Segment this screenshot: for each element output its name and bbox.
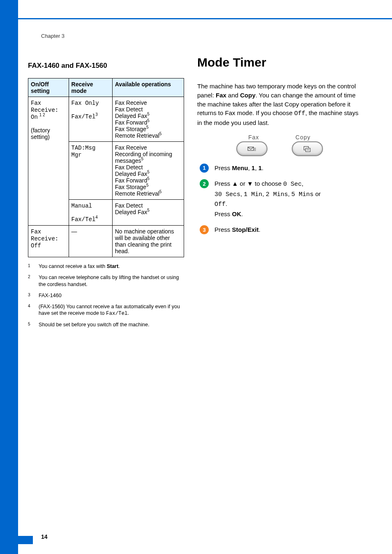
- footnote-text: Should be set before you switch off the …: [39, 321, 149, 328]
- mode-text: Fax Only: [71, 100, 99, 106]
- footnote-ref: 1 2: [39, 113, 45, 117]
- step-seg: to choose: [253, 180, 283, 187]
- step-bold: OK: [232, 210, 242, 217]
- op-item: Delayed Fax: [115, 209, 148, 215]
- op-item: Fax Receive: [115, 144, 147, 151]
- footnote-ref: 5: [147, 118, 150, 123]
- step-body: Press Stop/Exit.: [214, 225, 261, 235]
- op-item: Fax Detect: [115, 164, 143, 171]
- copy-key: [292, 141, 323, 156]
- footnote-text: You can receive telephone calls by lifti…: [39, 274, 184, 288]
- step-1: 1 Press Menu, 1, 1.: [200, 164, 362, 173]
- mode-text: TAD:Msg: [71, 145, 96, 151]
- footnote-text: (FAX-1560) You cannot receive a fax auto…: [39, 303, 184, 318]
- key-label-copy: Copy: [295, 134, 311, 141]
- table-row: Fax Receive: On 1 2 (factory setting) Fa…: [28, 97, 184, 142]
- left-heading: FAX-1460 and FAX-1560: [28, 62, 184, 70]
- op-item: Delayed Fax: [115, 113, 148, 119]
- footnote-ref: 3: [95, 112, 98, 117]
- mode-text: Fax/Tel: [71, 216, 96, 223]
- footnote-num: 3: [28, 292, 34, 299]
- footnote: 5 Should be set before you switch off th…: [28, 321, 184, 328]
- op-item: Fax Detect: [115, 106, 143, 113]
- op-item: Fax Receive: [115, 99, 147, 106]
- step-mono: 5 Mins: [291, 191, 314, 198]
- svg-rect-2: [305, 148, 310, 151]
- step-seg: Press: [214, 226, 232, 233]
- step-mono: Off: [214, 201, 226, 208]
- footnote-ref: 5: [141, 157, 143, 161]
- op-item: Fax Storage: [115, 126, 146, 132]
- cell-ops: Fax Receive Fax Detect Delayed Fax5 Fax …: [112, 97, 184, 142]
- footnote-segment: .: [128, 310, 129, 316]
- step-seg: Press: [214, 210, 232, 217]
- step-seg: .: [241, 210, 243, 217]
- footnote-num: 1: [28, 263, 34, 270]
- key-label-fax: Fax: [248, 134, 259, 141]
- intro-paragraph: The machine has two temporary mode keys …: [197, 82, 362, 127]
- mode-text: Fax/Tel: [71, 113, 96, 120]
- step-body: Press ▲ or ▼ to choose 0 Sec, 30 Secs, 1…: [214, 179, 321, 219]
- footnote: 3 FAX-1460: [28, 292, 184, 299]
- op-item: Fax Storage: [115, 184, 146, 190]
- th-mode: Receive mode: [69, 78, 112, 97]
- footnote-ref: 5: [159, 132, 162, 136]
- footnote-mono: Fax/Tel: [106, 311, 128, 316]
- cell-setting-off: Fax Receive: Off: [28, 226, 69, 257]
- copy-icon: [302, 145, 313, 153]
- step-mono: 1 Min: [244, 191, 262, 198]
- top-blue-rule: [18, 18, 392, 19]
- step-2: 2 Press ▲ or ▼ to choose 0 Sec, 30 Secs,…: [200, 179, 362, 219]
- fax-key: [236, 141, 267, 156]
- mode-text: Mgr: [71, 152, 82, 158]
- bottom-blue-tab: [0, 536, 33, 544]
- op-item: Fax Forward: [115, 119, 148, 126]
- mode-keys-graphic: Fax Copy: [230, 134, 329, 156]
- footnote-bold: Start: [107, 263, 118, 269]
- step-seg: Press: [214, 164, 232, 171]
- step-seg: .: [259, 226, 261, 233]
- footnote-ref: 5: [146, 183, 149, 187]
- footnote-ref: 5: [147, 170, 150, 174]
- right-heading: Mode Timer: [197, 55, 362, 69]
- cell-mode: Manual Fax/Tel4: [69, 200, 112, 226]
- setting-text: Fax: [31, 229, 41, 235]
- step-seg: .: [262, 164, 263, 171]
- cell-mode: Fax Only Fax/Tel3: [69, 97, 112, 142]
- para-bold: Fax: [216, 92, 226, 99]
- footnote: 4 (FAX-1560) You cannot receive a fax au…: [28, 303, 184, 318]
- left-blue-strip: [0, 0, 18, 554]
- footnote-text: FAX-1460: [39, 292, 62, 299]
- operations-table: On/Off setting Receive mode Available op…: [28, 78, 184, 257]
- para-seg: and: [226, 92, 240, 99]
- step-badge-2: 2: [200, 179, 209, 188]
- footnote-segment: .: [118, 263, 120, 269]
- setting-tail: (factory setting): [31, 127, 50, 140]
- setting-text: On: [31, 114, 38, 120]
- footnote-ref: 5: [146, 125, 149, 129]
- step-badge-3: 3: [200, 225, 209, 234]
- step-bold: Menu: [232, 164, 248, 171]
- step-seg: or: [238, 180, 247, 187]
- footnote-num: 5: [28, 321, 34, 328]
- page-number: 14: [41, 533, 48, 540]
- step-seg: ,: [255, 164, 258, 171]
- cell-mode: —: [69, 226, 112, 257]
- step-seg: Press: [214, 180, 232, 187]
- footnote-num: 2: [28, 274, 34, 288]
- down-arrow-icon: ▼: [247, 180, 253, 187]
- cell-mode: TAD:Msg Mgr: [69, 142, 112, 200]
- up-arrow-icon: ▲: [232, 180, 238, 187]
- footnote-ref: 4: [95, 215, 98, 219]
- step-mono: 2 Mins: [266, 191, 288, 198]
- footnote-segment: You cannot receive a fax with: [39, 263, 107, 269]
- steps-list: 1 Press Menu, 1, 1. 2 Press ▲ or ▼ to ch…: [200, 164, 362, 235]
- cell-ops: Fax Detect Delayed Fax5: [112, 200, 184, 226]
- step-body: Press Menu, 1, 1.: [214, 164, 263, 173]
- cell-setting-on: Fax Receive: On 1 2 (factory setting): [28, 97, 69, 226]
- th-setting: On/Off setting: [28, 78, 69, 97]
- para-mono: Off: [294, 110, 305, 117]
- setting-text: Off: [31, 242, 41, 249]
- para-bold: Copy: [240, 92, 256, 99]
- footnote-ref: 5: [159, 189, 162, 194]
